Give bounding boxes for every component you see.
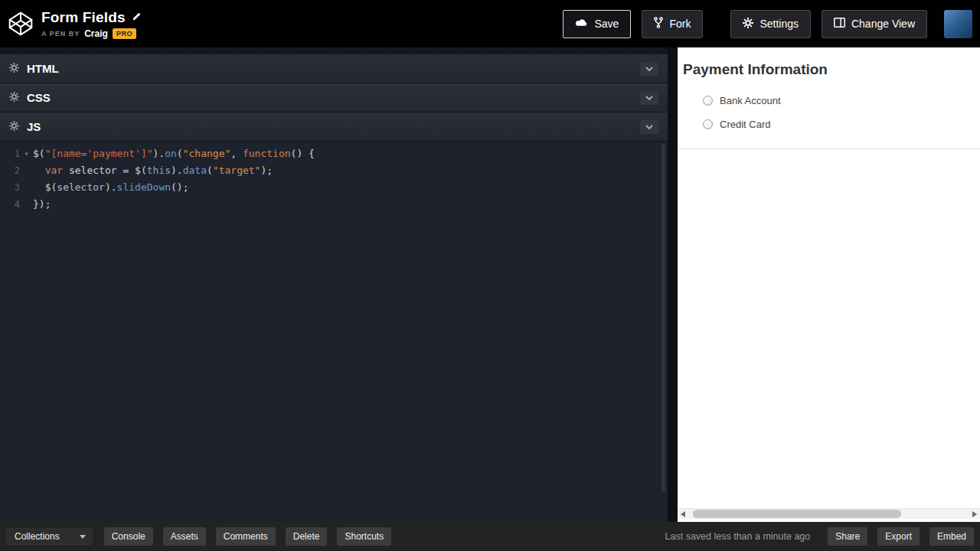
preview-heading: Payment Information — [683, 61, 980, 78]
footer-left: Collections Console Assets Comments Dele… — [5, 527, 391, 546]
pro-badge: PRO — [113, 28, 136, 39]
save-status-text: Last saved less than a minute ago — [665, 531, 811, 542]
gear-icon[interactable] — [9, 91, 19, 105]
header-bar: Form Fields A PEN BY Craig PRO Save — [0, 0, 980, 47]
footer-right: Last saved less than a minute ago Share … — [665, 527, 974, 546]
code-text[interactable]: $("[name='payment']").on("change", funct… — [33, 145, 315, 162]
chevron-down-icon[interactable] — [640, 62, 658, 76]
code-line[interactable]: 3 $(selector).slideDown(); — [0, 179, 668, 196]
code-lines[interactable]: 1▾$("[name='payment']").on("change", fun… — [0, 145, 668, 213]
js-code-editor[interactable]: 1▾$("[name='payment']").on("change", fun… — [0, 142, 668, 522]
byline: A PEN BY Craig PRO — [41, 28, 142, 39]
chevron-down-icon[interactable] — [640, 91, 658, 105]
horizontal-scrollbar[interactable] — [678, 508, 980, 519]
panel-header-css[interactable]: CSS — [0, 83, 668, 112]
line-number: 4 — [0, 196, 20, 213]
save-button[interactable]: Save — [563, 10, 631, 38]
user-avatar[interactable] — [944, 10, 972, 38]
editor-top-resizer[interactable] — [0, 47, 668, 54]
header-left: Form Fields A PEN BY Craig PRO — [8, 9, 142, 39]
radio-label[interactable]: Bank Account — [720, 95, 781, 106]
fork-icon — [654, 17, 663, 31]
collections-label: Collections — [15, 531, 60, 542]
code-line[interactable]: 1▾$("[name='payment']").on("change", fun… — [0, 145, 668, 162]
footer-bar: Collections Console Assets Comments Dele… — [0, 522, 980, 551]
header-actions: Save Fork Settings — [563, 10, 972, 38]
title-block: Form Fields A PEN BY Craig PRO — [41, 9, 142, 39]
panel-header-html[interactable]: HTML — [0, 54, 668, 83]
settings-label: Settings — [760, 18, 799, 30]
gear-icon — [743, 18, 753, 31]
fold-spacer — [20, 179, 33, 196]
panel-label-js: JS — [27, 120, 41, 133]
gear-icon[interactable] — [9, 120, 19, 134]
payment-form-section: Payment Information Bank Account Credit … — [678, 47, 980, 149]
gear-icon[interactable] — [9, 62, 19, 76]
chevron-down-icon[interactable] — [640, 120, 658, 134]
settings-button[interactable]: Settings — [730, 10, 811, 38]
code-line[interactable]: 2 var selector = $(this).data("target"); — [0, 162, 668, 179]
line-number: 2 — [0, 162, 20, 179]
panel-label-html: HTML — [27, 62, 59, 75]
scrollbar-thumb[interactable] — [693, 510, 901, 518]
pen-title: Form Fields — [41, 9, 126, 26]
codepen-logo-icon[interactable] — [8, 11, 34, 37]
fork-button[interactable]: Fork — [642, 10, 703, 38]
scroll-right-icon[interactable] — [972, 511, 977, 517]
change-view-button[interactable]: Change View — [822, 10, 927, 38]
fork-label: Fork — [669, 18, 691, 30]
embed-button[interactable]: Embed — [929, 527, 974, 546]
radio-label[interactable]: Credit Card — [720, 119, 770, 130]
author-link[interactable]: Craig — [84, 28, 108, 39]
radio-button[interactable] — [703, 96, 713, 106]
collections-dropdown[interactable]: Collections — [5, 527, 94, 546]
caret-down-icon — [80, 535, 86, 539]
save-label: Save — [594, 18, 619, 30]
fold-spacer — [20, 162, 33, 179]
scroll-left-icon[interactable] — [681, 511, 685, 517]
code-line[interactable]: 4}); — [0, 196, 668, 213]
editor-scrollbar[interactable] — [662, 143, 665, 491]
assets-button[interactable]: Assets — [163, 527, 206, 546]
editor-column: HTML CSS JS — [0, 47, 668, 522]
code-text[interactable]: }); — [33, 196, 51, 213]
panel-resizer[interactable] — [668, 47, 678, 522]
radio-button[interactable] — [703, 119, 713, 129]
panel-label-css: CSS — [27, 91, 51, 104]
delete-button[interactable]: Delete — [286, 527, 328, 546]
console-button[interactable]: Console — [104, 527, 153, 546]
codepen-editor: Form Fields A PEN BY Craig PRO Save — [0, 0, 980, 551]
edit-title-icon[interactable] — [132, 11, 142, 24]
fold-spacer — [20, 196, 33, 213]
radio-option-credit-card[interactable]: Credit Card — [703, 119, 980, 130]
layout-icon — [834, 18, 845, 30]
preview-pane: Payment Information Bank Account Credit … — [678, 47, 980, 522]
radio-option-bank-account[interactable]: Bank Account — [703, 95, 980, 106]
comments-button[interactable]: Comments — [216, 527, 276, 546]
byline-prefix: A PEN BY — [41, 30, 80, 37]
panel-header-js[interactable]: JS — [0, 112, 668, 142]
code-text[interactable]: var selector = $(this).data("target"); — [33, 162, 273, 179]
fold-caret-icon[interactable]: ▾ — [20, 145, 33, 162]
change-view-label: Change View — [851, 18, 915, 30]
share-button[interactable]: Share — [828, 527, 867, 546]
code-text[interactable]: $(selector).slideDown(); — [33, 179, 189, 196]
line-number: 3 — [0, 179, 20, 196]
cloud-icon — [575, 18, 588, 30]
export-button[interactable]: Export — [877, 527, 920, 546]
line-number: 1 — [0, 145, 20, 162]
shortcuts-button[interactable]: Shortcuts — [337, 527, 391, 546]
